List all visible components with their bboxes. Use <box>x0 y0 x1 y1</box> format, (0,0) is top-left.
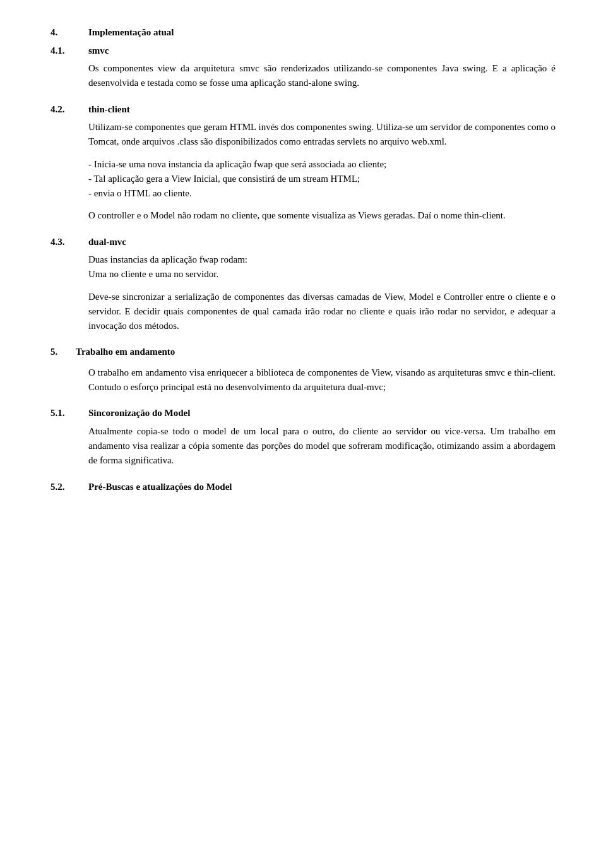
section-5-1-number: 5.1. <box>50 406 88 420</box>
section-5-2-block: 5.2. Pré-Buscas e atualizações do Model <box>50 480 556 494</box>
section-4-3-content: Duas instancias da aplicação fwap rodam:… <box>88 253 556 333</box>
section-4-3-paragraph1: Duas instancias da aplicação fwap rodam:… <box>88 253 556 282</box>
section-5-1-block: 5.1. Sincoronização do Model Atualmente … <box>50 406 556 468</box>
section-4-heading: 4. Implementação atual <box>50 25 556 40</box>
section-5-1-heading: 5.1. Sincoronização do Model <box>50 406 556 420</box>
section-4-2-paragraph1: Utilizam-se componentes que geram HTML i… <box>88 120 556 150</box>
section-4-3-heading: 4.3. dual-mvc <box>50 235 556 249</box>
section-5-heading: 5. Trabalho em andamento <box>50 345 556 359</box>
section-4-3-paragraph2: Deve-se sincronizar a serialização de co… <box>88 290 556 334</box>
section-5-title: Trabalho em andamento <box>76 345 175 359</box>
section-4-title: Implementação atual <box>88 25 174 40</box>
section-4-1-content: Os componentes view da arquitetura smvc … <box>88 61 556 91</box>
section-4-1-block: 4.1. smvc Os componentes view da arquite… <box>50 44 556 91</box>
section-5-1-content: Atualmente copia-se todo o model de um l… <box>88 424 556 468</box>
section-4-2-content: Utilizam-se componentes que geram HTML i… <box>88 120 556 223</box>
section-4-number: 4. <box>50 25 88 40</box>
section-5-block: 5. Trabalho em andamento O trabalho em a… <box>50 345 556 395</box>
section-4-2-paragraph3: O controller e o Model não rodam no clie… <box>88 208 556 223</box>
section-4-2-title: thin-client <box>88 102 130 117</box>
section-4-1-heading: 4.1. smvc <box>50 44 556 58</box>
section-4-2-number: 4.2. <box>50 102 88 117</box>
section-5-2-heading: 5.2. Pré-Buscas e atualizações do Model <box>50 480 556 494</box>
section-4-1-number: 4.1. <box>50 44 88 58</box>
section-4-2-heading: 4.2. thin-client <box>50 102 556 117</box>
section-4-3-block: 4.3. dual-mvc Duas instancias da aplicaç… <box>50 235 556 334</box>
section-4-1-paragraph: Os componentes view da arquitetura smvc … <box>88 61 556 91</box>
section-5-content: O trabalho em andamento visa enriquecer … <box>88 366 556 395</box>
section-4-2-block: 4.2. thin-client Utilizam-se componentes… <box>50 102 556 223</box>
page: 4. Implementação atual 4.1. smvc Os comp… <box>0 0 606 868</box>
section-4-1-title: smvc <box>88 44 109 58</box>
section-5-paragraph1: O trabalho em andamento visa enriquecer … <box>88 366 556 395</box>
section-4-3-number: 4.3. <box>50 235 88 249</box>
section-4-3-title: dual-mvc <box>88 235 126 249</box>
section-5-2-title: Pré-Buscas e atualizações do Model <box>88 480 232 494</box>
section-5-2-number: 5.2. <box>50 480 88 494</box>
section-4-2-paragraph2: - Inicia-se uma nova instancia da aplica… <box>88 157 556 201</box>
section-5-1-paragraph1: Atualmente copia-se todo o model de um l… <box>88 424 556 468</box>
section-5-1-title: Sincoronização do Model <box>88 406 190 420</box>
section-5-number: 5. <box>50 345 76 359</box>
